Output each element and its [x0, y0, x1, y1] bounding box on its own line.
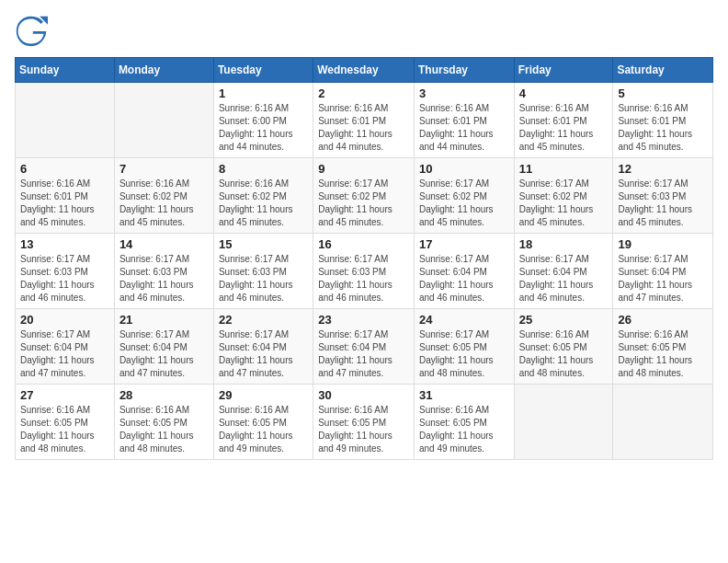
day-info: Sunrise: 6:16 AM Sunset: 6:01 PM Dayligh…: [618, 102, 708, 154]
day-info: Sunrise: 6:16 AM Sunset: 6:05 PM Dayligh…: [318, 404, 409, 455]
calendar-day-header: Saturday: [613, 58, 713, 83]
day-number: 27: [20, 388, 109, 402]
day-number: 12: [618, 162, 708, 176]
logo-icon: [15, 15, 48, 48]
calendar-cell: 23Sunrise: 6:17 AM Sunset: 6:04 PM Dayli…: [313, 309, 415, 385]
day-number: 15: [219, 237, 308, 251]
calendar-day-header: Thursday: [414, 58, 514, 83]
day-info: Sunrise: 6:16 AM Sunset: 6:01 PM Dayligh…: [519, 102, 609, 154]
day-info: Sunrise: 6:17 AM Sunset: 6:02 PM Dayligh…: [519, 178, 609, 229]
calendar-day-header: Tuesday: [213, 58, 313, 83]
day-number: 20: [20, 313, 109, 327]
day-info: Sunrise: 6:17 AM Sunset: 6:05 PM Dayligh…: [419, 328, 509, 380]
day-info: Sunrise: 6:17 AM Sunset: 6:02 PM Dayligh…: [419, 178, 509, 229]
calendar-cell: 18Sunrise: 6:17 AM Sunset: 6:04 PM Dayli…: [514, 234, 613, 309]
calendar-day-header: Friday: [514, 58, 613, 83]
day-number: 13: [20, 237, 109, 251]
day-number: 21: [119, 313, 209, 327]
calendar-cell: 26Sunrise: 6:16 AM Sunset: 6:05 PM Dayli…: [613, 309, 713, 385]
day-number: 14: [119, 237, 209, 251]
day-info: Sunrise: 6:16 AM Sunset: 6:05 PM Dayligh…: [119, 404, 209, 455]
day-info: Sunrise: 6:16 AM Sunset: 6:01 PM Dayligh…: [419, 102, 509, 154]
day-number: 11: [519, 162, 609, 176]
calendar-cell: 16Sunrise: 6:17 AM Sunset: 6:03 PM Dayli…: [313, 234, 415, 309]
day-info: Sunrise: 6:16 AM Sunset: 6:02 PM Dayligh…: [219, 178, 308, 229]
day-number: 22: [219, 313, 308, 327]
logo: [15, 15, 51, 48]
calendar-cell: 13Sunrise: 6:17 AM Sunset: 6:03 PM Dayli…: [16, 234, 115, 309]
day-info: Sunrise: 6:17 AM Sunset: 6:04 PM Dayligh…: [419, 253, 509, 304]
calendar-week-row: 6Sunrise: 6:16 AM Sunset: 6:01 PM Daylig…: [16, 158, 713, 234]
day-number: 3: [419, 86, 509, 100]
calendar-cell: 4Sunrise: 6:16 AM Sunset: 6:01 PM Daylig…: [514, 83, 613, 158]
calendar-cell: 24Sunrise: 6:17 AM Sunset: 6:05 PM Dayli…: [414, 309, 514, 385]
calendar-cell: [16, 83, 115, 158]
day-number: 2: [318, 86, 409, 100]
day-number: 25: [519, 313, 609, 327]
calendar-cell: 30Sunrise: 6:16 AM Sunset: 6:05 PM Dayli…: [313, 385, 415, 460]
day-number: 8: [219, 162, 308, 176]
day-number: 16: [318, 237, 409, 251]
calendar-cell: 22Sunrise: 6:17 AM Sunset: 6:04 PM Dayli…: [213, 309, 313, 385]
calendar-week-row: 13Sunrise: 6:17 AM Sunset: 6:03 PM Dayli…: [16, 234, 713, 309]
day-info: Sunrise: 6:17 AM Sunset: 6:03 PM Dayligh…: [119, 253, 209, 304]
day-info: Sunrise: 6:16 AM Sunset: 6:05 PM Dayligh…: [419, 404, 509, 455]
day-info: Sunrise: 6:17 AM Sunset: 6:03 PM Dayligh…: [318, 253, 409, 304]
calendar-cell: 11Sunrise: 6:17 AM Sunset: 6:02 PM Dayli…: [514, 158, 613, 234]
day-info: Sunrise: 6:17 AM Sunset: 6:04 PM Dayligh…: [20, 328, 109, 380]
calendar-cell: 1Sunrise: 6:16 AM Sunset: 6:00 PM Daylig…: [213, 83, 313, 158]
calendar-cell: 21Sunrise: 6:17 AM Sunset: 6:04 PM Dayli…: [114, 309, 213, 385]
day-number: 29: [219, 388, 308, 402]
calendar-cell: 2Sunrise: 6:16 AM Sunset: 6:01 PM Daylig…: [313, 83, 415, 158]
day-number: 6: [20, 162, 109, 176]
day-info: Sunrise: 6:16 AM Sunset: 6:05 PM Dayligh…: [20, 404, 109, 455]
calendar-table: SundayMondayTuesdayWednesdayThursdayFrid…: [15, 57, 713, 460]
day-number: 26: [618, 313, 708, 327]
day-info: Sunrise: 6:16 AM Sunset: 6:05 PM Dayligh…: [519, 328, 609, 380]
calendar-day-header: Sunday: [16, 58, 115, 83]
day-number: 4: [519, 86, 609, 100]
day-number: 5: [618, 86, 708, 100]
calendar-cell: 31Sunrise: 6:16 AM Sunset: 6:05 PM Dayli…: [414, 385, 514, 460]
day-info: Sunrise: 6:17 AM Sunset: 6:03 PM Dayligh…: [219, 253, 308, 304]
calendar-cell: 17Sunrise: 6:17 AM Sunset: 6:04 PM Dayli…: [414, 234, 514, 309]
calendar-week-row: 1Sunrise: 6:16 AM Sunset: 6:00 PM Daylig…: [16, 83, 713, 158]
day-info: Sunrise: 6:16 AM Sunset: 6:01 PM Dayligh…: [318, 102, 409, 154]
day-info: Sunrise: 6:17 AM Sunset: 6:04 PM Dayligh…: [119, 328, 209, 380]
day-number: 7: [119, 162, 209, 176]
calendar-header-row: SundayMondayTuesdayWednesdayThursdayFrid…: [16, 58, 713, 83]
day-number: 9: [318, 162, 409, 176]
calendar-cell: [114, 83, 213, 158]
day-info: Sunrise: 6:17 AM Sunset: 6:04 PM Dayligh…: [219, 328, 308, 380]
day-number: 1: [219, 86, 308, 100]
calendar-cell: 5Sunrise: 6:16 AM Sunset: 6:01 PM Daylig…: [613, 83, 713, 158]
day-info: Sunrise: 6:17 AM Sunset: 6:02 PM Dayligh…: [318, 178, 409, 229]
calendar-cell: 25Sunrise: 6:16 AM Sunset: 6:05 PM Dayli…: [514, 309, 613, 385]
calendar-cell: 10Sunrise: 6:17 AM Sunset: 6:02 PM Dayli…: [414, 158, 514, 234]
day-info: Sunrise: 6:16 AM Sunset: 6:05 PM Dayligh…: [219, 404, 308, 455]
calendar-week-row: 20Sunrise: 6:17 AM Sunset: 6:04 PM Dayli…: [16, 309, 713, 385]
calendar-cell: 3Sunrise: 6:16 AM Sunset: 6:01 PM Daylig…: [414, 83, 514, 158]
calendar-cell: [613, 385, 713, 460]
day-number: 24: [419, 313, 509, 327]
calendar-cell: 19Sunrise: 6:17 AM Sunset: 6:04 PM Dayli…: [613, 234, 713, 309]
page-header: [15, 15, 713, 48]
calendar-week-row: 27Sunrise: 6:16 AM Sunset: 6:05 PM Dayli…: [16, 385, 713, 460]
calendar-cell: 29Sunrise: 6:16 AM Sunset: 6:05 PM Dayli…: [213, 385, 313, 460]
calendar-day-header: Wednesday: [313, 58, 415, 83]
calendar-cell: 27Sunrise: 6:16 AM Sunset: 6:05 PM Dayli…: [16, 385, 115, 460]
calendar-cell: 6Sunrise: 6:16 AM Sunset: 6:01 PM Daylig…: [16, 158, 115, 234]
day-info: Sunrise: 6:17 AM Sunset: 6:04 PM Dayligh…: [618, 253, 708, 304]
day-info: Sunrise: 6:17 AM Sunset: 6:03 PM Dayligh…: [20, 253, 109, 304]
day-info: Sunrise: 6:17 AM Sunset: 6:04 PM Dayligh…: [318, 328, 409, 380]
day-number: 28: [119, 388, 209, 402]
calendar-cell: 20Sunrise: 6:17 AM Sunset: 6:04 PM Dayli…: [16, 309, 115, 385]
day-info: Sunrise: 6:16 AM Sunset: 6:00 PM Dayligh…: [219, 102, 308, 154]
day-info: Sunrise: 6:17 AM Sunset: 6:04 PM Dayligh…: [519, 253, 609, 304]
calendar-cell: 14Sunrise: 6:17 AM Sunset: 6:03 PM Dayli…: [114, 234, 213, 309]
day-number: 23: [318, 313, 409, 327]
calendar-cell: 7Sunrise: 6:16 AM Sunset: 6:02 PM Daylig…: [114, 158, 213, 234]
day-number: 17: [419, 237, 509, 251]
calendar-cell: 12Sunrise: 6:17 AM Sunset: 6:03 PM Dayli…: [613, 158, 713, 234]
day-info: Sunrise: 6:16 AM Sunset: 6:02 PM Dayligh…: [119, 178, 209, 229]
